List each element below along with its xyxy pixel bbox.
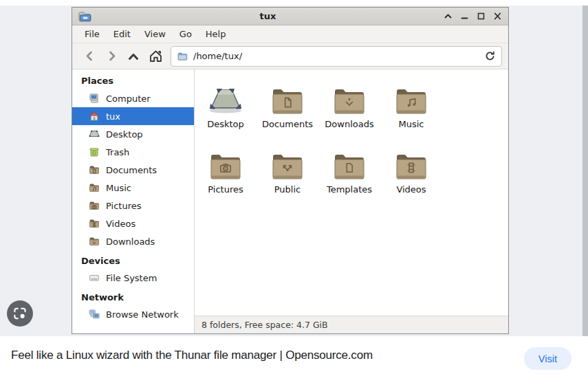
folder-icon — [177, 51, 188, 61]
window-controls — [443, 12, 503, 21]
sidebar-item-label: Downloads — [106, 236, 155, 247]
menu-edit[interactable]: Edit — [107, 26, 138, 42]
menubar: FileEditViewGoHelp — [72, 25, 508, 43]
folder-music-icon — [88, 182, 100, 194]
folder-pictures-icon — [88, 199, 100, 212]
file-label: Documents — [262, 119, 313, 129]
sidebar-item-desktop[interactable]: Desktop — [72, 125, 194, 143]
folder-templates-icon — [332, 146, 367, 182]
sidebar-item-documents[interactable]: Documents — [72, 161, 194, 179]
window-titlebar[interactable]: tux — [72, 8, 508, 25]
desktop-icon — [88, 128, 100, 140]
folder-music-icon — [394, 81, 428, 117]
trash-icon — [88, 146, 100, 158]
sidebar-item-trash[interactable]: Trash — [72, 143, 194, 161]
thunar-window: tux FileEditViewGoHelp /home/tux/ Places… — [72, 7, 509, 334]
sidebar-item-computer[interactable]: Computer — [72, 89, 194, 107]
menu-help[interactable]: Help — [199, 26, 233, 42]
file-item-downloads[interactable]: Downloads — [318, 81, 380, 146]
sidebar-item-pictures[interactable]: Pictures — [72, 197, 194, 214]
sidebar-item-label: tux — [106, 111, 120, 122]
window-title: tux — [93, 11, 443, 21]
forward-button[interactable] — [100, 46, 122, 67]
file-item-desktop[interactable]: Desktop — [195, 81, 257, 146]
sidebar-item-label: Pictures — [106, 201, 141, 211]
toolbar: /home/tux/ — [72, 43, 508, 69]
file-label: Public — [274, 184, 301, 195]
sidebar-item-file-system[interactable]: File System — [72, 269, 194, 287]
file-label: Desktop — [207, 119, 244, 129]
refresh-icon[interactable] — [484, 50, 496, 62]
google-lens-icon[interactable] — [7, 300, 33, 327]
folder-pictures-icon — [208, 146, 243, 182]
sidebar-item-downloads[interactable]: Downloads — [72, 232, 194, 250]
sidebar-item-browse-network[interactable]: Browse Network — [72, 305, 194, 323]
folder-downloads-icon — [332, 81, 367, 117]
file-label: Pictures — [208, 184, 243, 195]
folder-documents-icon — [88, 164, 100, 176]
sidebar-item-label: Music — [106, 183, 131, 193]
file-label: Templates — [327, 184, 372, 195]
close-icon[interactable] — [492, 12, 503, 21]
sidebar-header-devices: Devices — [72, 250, 194, 269]
file-label: Downloads — [325, 119, 373, 129]
path-value[interactable]: /home/tux/ — [193, 51, 484, 61]
file-view: DesktopDocumentsDownloadsMusicPicturesPu… — [195, 69, 508, 333]
drive-icon — [88, 272, 100, 284]
file-label: Videos — [396, 184, 426, 195]
file-item-documents[interactable]: Documents — [257, 81, 318, 146]
sidebar-item-music[interactable]: Music — [72, 179, 194, 197]
computer-icon — [88, 92, 100, 104]
sidebar: PlacesComputertuxDesktopTrashDocumentsMu… — [72, 69, 195, 333]
desktop-icon — [207, 81, 244, 117]
file-manager-icon — [78, 10, 93, 23]
lens-results-panel: tux FileEditViewGoHelp /home/tux/ Places… — [0, 0, 588, 374]
menu-view[interactable]: View — [138, 26, 173, 42]
folder-documents-icon — [270, 81, 305, 117]
file-item-templates[interactable]: Templates — [318, 146, 380, 212]
panel-scrollbar[interactable] — [582, 6, 588, 336]
path-bar[interactable]: /home/tux/ — [171, 46, 502, 67]
up-button[interactable] — [122, 46, 144, 67]
back-button[interactable] — [78, 46, 100, 67]
file-label: Music — [399, 119, 424, 129]
minimize-icon[interactable] — [459, 12, 470, 21]
network-icon — [88, 308, 100, 320]
folder-public-icon — [270, 146, 305, 182]
result-caption-bar: Feel like a Linux wizard with the Thunar… — [0, 336, 588, 374]
sidebar-item-label: Trash — [106, 147, 129, 157]
result-title: Feel like a Linux wizard with the Thunar… — [11, 349, 373, 362]
home-button[interactable] — [144, 46, 166, 67]
folder-videos-icon — [394, 146, 428, 182]
nav-buttons — [78, 46, 166, 67]
file-item-public[interactable]: Public — [257, 146, 318, 212]
sidebar-item-label: Videos — [106, 219, 135, 229]
folder-downloads-icon — [88, 235, 100, 248]
folder-videos-icon — [88, 217, 100, 230]
sidebar-item-label: File System — [106, 273, 157, 283]
file-item-videos[interactable]: Videos — [380, 146, 442, 212]
file-grid: DesktopDocumentsDownloadsMusicPicturesPu… — [195, 69, 508, 316]
sidebar-item-label: Desktop — [106, 129, 143, 140]
sidebar-item-label: Computer — [106, 94, 151, 104]
menu-go[interactable]: Go — [173, 26, 199, 42]
sidebar-header-network: Network — [72, 287, 194, 305]
status-bar: 8 folders, Free space: 4.7 GiB — [195, 316, 508, 333]
file-item-music[interactable]: Music — [380, 81, 442, 146]
sidebar-item-label: Browse Network — [106, 309, 179, 320]
shade-icon[interactable] — [443, 12, 453, 21]
menu-file[interactable]: File — [78, 26, 107, 42]
window-content: PlacesComputertuxDesktopTrashDocumentsMu… — [72, 69, 508, 333]
file-item-pictures[interactable]: Pictures — [195, 146, 257, 212]
visit-button[interactable]: Visit — [524, 347, 571, 370]
sidebar-item-tux[interactable]: tux — [72, 107, 194, 125]
home-icon — [88, 110, 100, 122]
sidebar-header-places: Places — [72, 69, 194, 89]
maximize-icon[interactable] — [476, 12, 486, 21]
sidebar-item-videos[interactable]: Videos — [72, 214, 194, 232]
sidebar-item-label: Documents — [106, 165, 157, 175]
